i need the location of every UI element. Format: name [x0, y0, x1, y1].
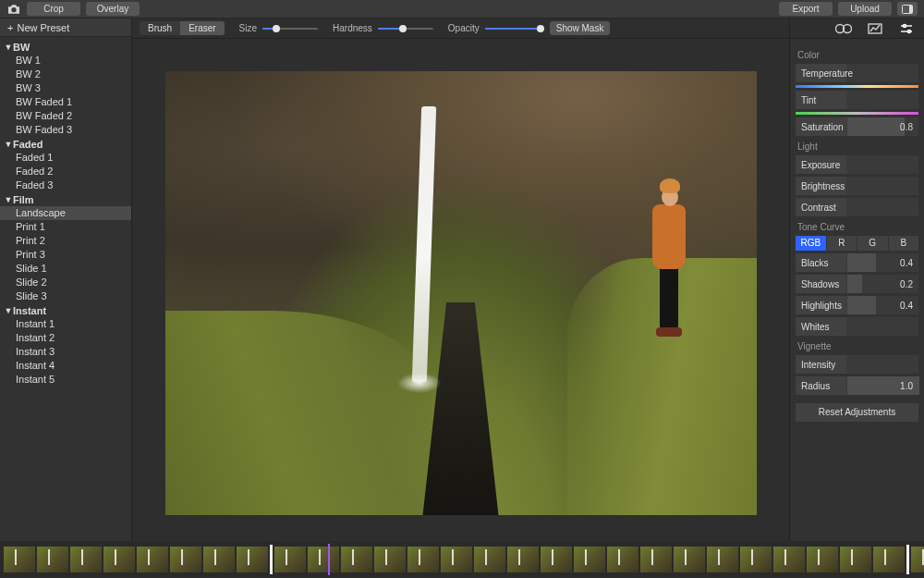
preset-item[interactable]: Faded 3 [0, 178, 131, 192]
preset-item[interactable]: BW 1 [0, 54, 131, 68]
histogram-icon[interactable] [867, 22, 883, 35]
preset-item[interactable]: Print 1 [0, 220, 131, 234]
upload-button[interactable]: Upload [838, 2, 892, 16]
brush-toolbar: Brush Eraser Size Hardness Opacity Show … [132, 18, 789, 39]
saturation-row[interactable]: Saturation 0.8 [796, 117, 918, 136]
preset-item[interactable]: BW Faded 1 [0, 95, 131, 109]
brush-mode-segment[interactable]: Brush Eraser [140, 21, 225, 35]
filmstrip-thumb[interactable] [541, 547, 572, 572]
sliders-icon[interactable] [898, 22, 915, 35]
preset-item[interactable]: Slide 3 [0, 289, 131, 303]
filmstrip-thumb[interactable] [441, 547, 472, 572]
preset-item[interactable]: BW 3 [0, 81, 131, 95]
whites-row[interactable]: Whites [796, 317, 918, 336]
filmstrip-thumb[interactable] [203, 547, 235, 572]
intensity-row[interactable]: Intensity [796, 355, 918, 374]
filmstrip-thumb[interactable] [137, 547, 168, 572]
new-preset-button[interactable]: + New Preset [0, 18, 131, 37]
tone-r[interactable]: R [827, 236, 857, 251]
filmstrip-thumb[interactable] [374, 547, 406, 572]
preset-item[interactable]: BW Faded 3 [0, 123, 131, 137]
filmstrip-thumb[interactable] [308, 547, 339, 572]
preset-item[interactable]: Slide 1 [0, 262, 131, 276]
radius-row[interactable]: Radius1.0 [796, 376, 918, 395]
preset-item[interactable]: Instant 5 [0, 373, 131, 387]
temperature-row[interactable]: Temperature [796, 64, 918, 82]
filmstrip-thumb[interactable] [37, 547, 68, 572]
opacity-slider[interactable] [485, 22, 541, 35]
svg-rect-2 [909, 6, 912, 13]
blacks-row[interactable]: Blacks0.4 [796, 253, 918, 272]
range-handle[interactable] [270, 545, 273, 574]
filmstrip-thumb[interactable] [407, 547, 439, 572]
preset-item[interactable]: Landscape [0, 206, 131, 220]
filmstrip-thumb[interactable] [807, 547, 838, 572]
svg-point-0 [11, 7, 16, 12]
filmstrip-thumb[interactable] [640, 547, 672, 572]
export-button[interactable]: Export [779, 2, 833, 16]
preset-group[interactable]: ▼Faded [0, 137, 131, 151]
loop-icon[interactable] [835, 22, 852, 35]
filmstrip-thumb[interactable] [507, 547, 539, 572]
size-slider[interactable] [262, 22, 318, 35]
filmstrip-thumb[interactable] [840, 547, 871, 572]
filmstrip-thumb[interactable] [607, 547, 638, 572]
filmstrip-thumb[interactable] [674, 547, 705, 572]
preset-group[interactable]: ▼Film [0, 192, 131, 206]
adjustments-panel: Color Temperature Tint Saturation 0.8 Li… [789, 18, 924, 541]
filmstrip-thumb[interactable] [274, 547, 306, 572]
hardness-slider[interactable] [378, 22, 433, 35]
preset-item[interactable]: Instant 2 [0, 331, 131, 345]
tint-row[interactable]: Tint [796, 91, 918, 109]
image-canvas[interactable] [165, 71, 757, 515]
filmstrip-thumb[interactable] [170, 547, 201, 572]
exposure-row[interactable]: Exposure [796, 155, 918, 174]
show-mask-button[interactable]: Show Mask [550, 21, 611, 35]
shadows-row[interactable]: Shadows0.2 [796, 275, 918, 293]
tone-b[interactable]: B [889, 236, 919, 251]
filmstrip-thumb[interactable] [911, 547, 924, 572]
preset-item[interactable]: Faded 2 [0, 165, 131, 178]
preset-item[interactable]: Slide 2 [0, 276, 131, 289]
panel-toggle-button[interactable] [897, 2, 918, 16]
filmstrip-thumb[interactable] [873, 547, 905, 572]
filmstrip-thumb[interactable] [70, 547, 102, 572]
contrast-row[interactable]: Contrast [796, 198, 918, 216]
filmstrip-thumb[interactable] [773, 547, 805, 572]
preset-item[interactable]: Instant 3 [0, 345, 131, 359]
preset-group[interactable]: ▼Instant [0, 303, 131, 317]
crop-button[interactable]: Crop [27, 2, 80, 16]
tone-channel-segment[interactable]: RGB R G B [796, 236, 918, 251]
preset-item[interactable]: BW 2 [0, 68, 131, 81]
plus-icon: + [7, 22, 13, 33]
preset-item[interactable]: Print 3 [0, 248, 131, 262]
size-label: Size [239, 23, 257, 33]
preset-item[interactable]: Instant 4 [0, 359, 131, 373]
filmstrip-thumb[interactable] [740, 547, 772, 572]
preset-item[interactable]: Print 2 [0, 234, 131, 248]
preset-item[interactable]: BW Faded 2 [0, 109, 131, 123]
eraser-tab[interactable]: Eraser [180, 21, 224, 35]
hardness-label: Hardness [333, 23, 372, 33]
filmstrip-thumb[interactable] [103, 547, 135, 572]
highlights-row[interactable]: Highlights0.4 [796, 296, 918, 314]
filmstrip-thumb[interactable] [341, 547, 372, 572]
preset-item[interactable]: Instant 1 [0, 317, 131, 331]
filmstrip-thumb[interactable] [474, 547, 505, 572]
brush-tab[interactable]: Brush [140, 21, 180, 35]
preset-group[interactable]: ▼BW [0, 40, 131, 54]
filmstrip[interactable] [0, 541, 924, 578]
tone-rgb[interactable]: RGB [796, 236, 826, 251]
overlay-button[interactable]: Overlay [86, 2, 140, 16]
reset-adjustments-button[interactable]: Reset Adjustments [796, 403, 918, 422]
filmstrip-thumb[interactable] [4, 547, 35, 572]
tone-g[interactable]: G [857, 236, 888, 251]
filmstrip-thumb[interactable] [707, 547, 738, 572]
filmstrip-thumb[interactable] [237, 547, 268, 572]
brightness-row[interactable]: Brightness [796, 177, 918, 195]
temperature-gradient [796, 85, 918, 88]
filmstrip-thumb[interactable] [574, 547, 605, 572]
playhead[interactable] [328, 544, 330, 575]
preset-item[interactable]: Faded 1 [0, 151, 131, 165]
range-handle[interactable] [906, 545, 909, 574]
